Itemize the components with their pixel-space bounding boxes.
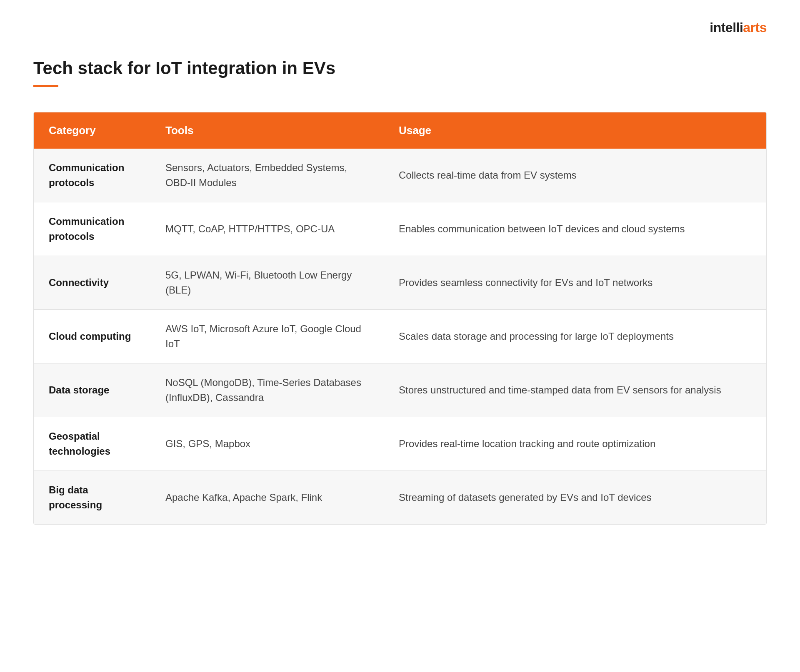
table-row: Geospatial technologiesGIS, GPS, MapboxP… bbox=[34, 417, 766, 471]
tools-cell: NoSQL (MongoDB), Time-Series Databases (… bbox=[150, 363, 384, 417]
tech-stack-table: Category Tools Usage Communication proto… bbox=[34, 112, 766, 524]
category-cell: Data storage bbox=[34, 363, 150, 417]
category-cell: Communication protocols bbox=[34, 149, 150, 202]
header-tools: Tools bbox=[150, 112, 384, 149]
usage-cell: Provides seamless connectivity for EVs a… bbox=[384, 256, 766, 310]
logo-arts: arts bbox=[743, 20, 767, 35]
tools-cell: Apache Kafka, Apache Spark, Flink bbox=[150, 471, 384, 525]
tools-cell: 5G, LPWAN, Wi-Fi, Bluetooth Low Energy (… bbox=[150, 256, 384, 310]
table-body: Communication protocolsSensors, Actuator… bbox=[34, 149, 766, 524]
usage-cell: Streaming of datasets generated by EVs a… bbox=[384, 471, 766, 525]
title-underline bbox=[33, 85, 58, 87]
category-cell: Big data processing bbox=[34, 471, 150, 525]
table-wrapper: Category Tools Usage Communication proto… bbox=[33, 112, 767, 525]
tools-cell: MQTT, CoAP, HTTP/HTTPS, OPC-UA bbox=[150, 202, 384, 256]
tools-cell: GIS, GPS, Mapbox bbox=[150, 417, 384, 471]
table-row: Communication protocolsSensors, Actuator… bbox=[34, 149, 766, 202]
usage-cell: Provides real-time location tracking and… bbox=[384, 417, 766, 471]
usage-cell: Collects real-time data from EV systems bbox=[384, 149, 766, 202]
category-cell: Communication protocols bbox=[34, 202, 150, 256]
category-cell: Geospatial technologies bbox=[34, 417, 150, 471]
main-content: Tech stack for IoT integration in EVs Ca… bbox=[0, 0, 800, 558]
logo-intelli: intelli bbox=[710, 20, 743, 35]
usage-cell: Scales data storage and processing for l… bbox=[384, 310, 766, 363]
usage-cell: Enables communication between IoT device… bbox=[384, 202, 766, 256]
page-title: Tech stack for IoT integration in EVs bbox=[33, 58, 767, 78]
header-usage: Usage bbox=[384, 112, 766, 149]
table-row: Cloud computingAWS IoT, Microsoft Azure … bbox=[34, 310, 766, 363]
table-row: Communication protocolsMQTT, CoAP, HTTP/… bbox=[34, 202, 766, 256]
header-category: Category bbox=[34, 112, 150, 149]
usage-cell: Stores unstructured and time-stamped dat… bbox=[384, 363, 766, 417]
table-row: Big data processingApache Kafka, Apache … bbox=[34, 471, 766, 525]
category-cell: Cloud computing bbox=[34, 310, 150, 363]
table-row: Data storageNoSQL (MongoDB), Time-Series… bbox=[34, 363, 766, 417]
table-row: Connectivity5G, LPWAN, Wi-Fi, Bluetooth … bbox=[34, 256, 766, 310]
tools-cell: Sensors, Actuators, Embedded Systems, OB… bbox=[150, 149, 384, 202]
logo: intelliarts bbox=[710, 20, 767, 35]
category-cell: Connectivity bbox=[34, 256, 150, 310]
table-header-row: Category Tools Usage bbox=[34, 112, 766, 149]
tools-cell: AWS IoT, Microsoft Azure IoT, Google Clo… bbox=[150, 310, 384, 363]
